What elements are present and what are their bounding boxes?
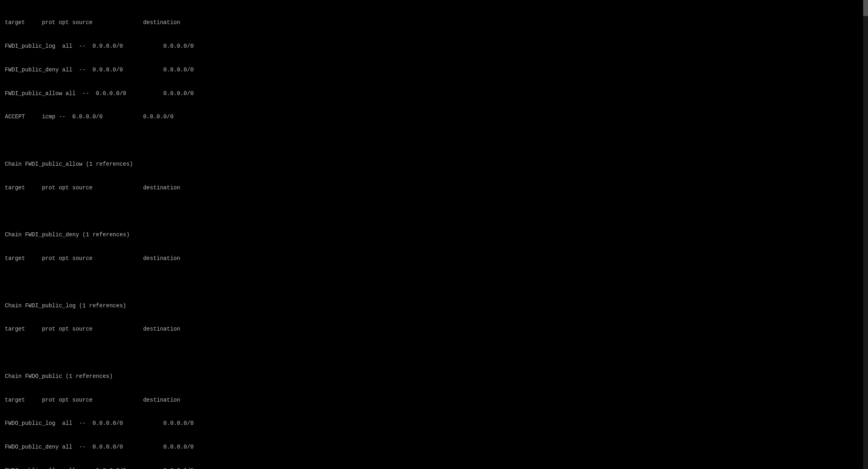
scrollbar-thumb[interactable] [863, 0, 868, 16]
line-empty1 [5, 137, 863, 145]
line-target2: target prot opt source destination [5, 184, 863, 192]
line-target-header: target prot opt source destination [5, 19, 863, 27]
line-fwdo-log: FWDO_public_log all -- 0.0.0.0/0 0.0.0.0… [5, 420, 863, 428]
line-empty3 [5, 278, 863, 286]
terminal-window: target prot opt source destination FWDI_… [0, 0, 868, 469]
line-fwdo-deny: FWDO_public_deny all -- 0.0.0.0/0 0.0.0.… [5, 443, 863, 451]
scrollbar[interactable] [863, 0, 868, 469]
line-chain-fwdi-allow: Chain FWDI_public_allow (1 references) [5, 160, 863, 169]
line-empty2 [5, 207, 863, 215]
line-fwdi-deny: FWDI_public_deny all -- 0.0.0.0/0 0.0.0.… [5, 66, 863, 74]
line-chain-fwdo-public: Chain FWDO_public (1 references) [5, 373, 863, 381]
line-target4: target prot opt source destination [5, 325, 863, 333]
line-accept-icmp1: ACCEPT icmp -- 0.0.0.0/0 0.0.0.0/0 [5, 113, 863, 121]
line-target5: target prot opt source destination [5, 396, 863, 404]
line-chain-fwdi-deny: Chain FWDI_public_deny (1 references) [5, 231, 863, 239]
line-chain-fwdi-log: Chain FWDI_public_log (1 references) [5, 302, 863, 310]
line-fwdi-allow: FWDI_public_allow all -- 0.0.0.0/0 0.0.0… [5, 90, 863, 98]
line-empty4 [5, 349, 863, 357]
line-fwdo-allow: FWDO_public_allow all -- 0.0.0.0/0 0.0.0… [5, 467, 863, 469]
line-target3: target prot opt source destination [5, 255, 863, 263]
line-fwdi-log: FWDI_public_log all -- 0.0.0.0/0 0.0.0.0… [5, 43, 863, 51]
